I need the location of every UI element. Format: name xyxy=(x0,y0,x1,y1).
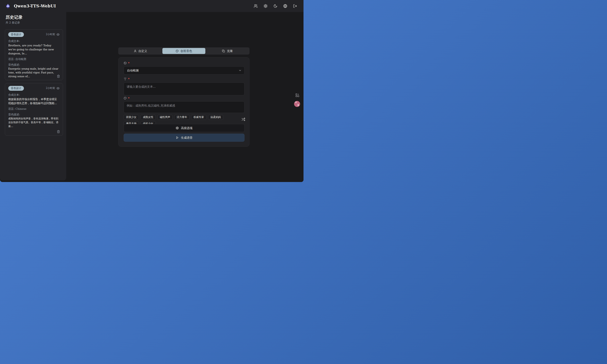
generate-speech-button[interactable]: 生成语音 xyxy=(124,134,244,142)
chip-preset[interactable]: 磁性男声 xyxy=(157,115,173,120)
copy-icon xyxy=(222,50,225,52)
create-voice-panel: * 自动检测 * xyxy=(118,57,250,147)
trash-icon[interactable] xyxy=(57,75,60,78)
tab-custom[interactable]: 自定义 xyxy=(119,48,162,54)
globe-icon xyxy=(124,62,127,65)
synthesis-text: 根据最新的市场分析报告，本季度业绩呈现稳步增长态势，各项指标均达到预期... xyxy=(8,97,60,105)
dark-mode-moon-icon[interactable] xyxy=(273,4,277,8)
language-line: 语言: 自动检测 xyxy=(8,57,60,61)
voice-desc-field-label: * xyxy=(124,97,130,100)
type-icon xyxy=(124,78,127,80)
required-asterisk: * xyxy=(128,78,130,80)
eye-icon[interactable] xyxy=(56,87,60,90)
synthesis-text-input[interactable] xyxy=(124,82,244,95)
voice-design-badge: 音色设计 xyxy=(8,86,24,91)
history-card[interactable]: 音色设计 2小时前 合成文本: 根据最新的市场分析报告，本季度业绩呈现稳步增长态… xyxy=(5,83,63,136)
qwen-star-logo-icon xyxy=(5,3,11,9)
required-asterisk: * xyxy=(128,97,130,100)
language-select[interactable]: 自动检测 xyxy=(124,66,244,75)
app-title: Qwen3-TTS-WebUI xyxy=(14,4,56,8)
settings-gear-icon xyxy=(176,126,179,130)
chevron-down-icon xyxy=(238,69,242,72)
logout-icon[interactable] xyxy=(293,4,297,8)
voice-description: Energetic young male, bright and clear t… xyxy=(8,67,60,78)
history-card-header: 音色设计 2小时前 xyxy=(8,86,60,91)
text-label: 合成文本: xyxy=(8,39,60,43)
advanced-options-button[interactable]: 高级选项 xyxy=(124,124,244,132)
history-card-header: 音色设计 2小时前 xyxy=(8,32,60,37)
user-icon xyxy=(134,50,137,52)
voice-description: 成熟知性的女性声音，音色温润饱满，带有职业女性的干练气质。音高中等，音域稳定。语… xyxy=(8,117,60,128)
app-header: Qwen3-TTS-WebUI xyxy=(0,0,304,12)
shuffle-icon[interactable] xyxy=(241,117,245,121)
history-count: 共 2 条记录 xyxy=(6,21,20,25)
voice-desc-input[interactable] xyxy=(124,101,244,113)
timestamp: 2小时前 xyxy=(46,33,55,36)
chip-preset[interactable]: 温柔妈妈 xyxy=(208,115,223,120)
chip-preset[interactable]: 权威专家 xyxy=(191,115,206,120)
trash-icon[interactable] xyxy=(57,130,60,133)
play-icon xyxy=(176,136,179,139)
mode-tabbar: 自定义 创造音色 克隆 xyxy=(118,47,250,55)
header-actions xyxy=(254,0,297,12)
main-content: 自定义 创造音色 克隆 xyxy=(66,12,304,182)
widgets-sparkle-icon[interactable] xyxy=(295,93,300,97)
translate-icon[interactable]: 中 A xyxy=(294,101,300,107)
palette-icon xyxy=(176,50,179,52)
language-select-value: 自动检测 xyxy=(127,69,139,72)
app-window: Qwen3-TTS-WebUI xyxy=(0,0,304,182)
tab-create-voice[interactable]: 创造音色 xyxy=(162,48,206,54)
history-sidebar: 历史记录 共 2 条记录 音色设计 2小时前 合成文本: Brothers, a… xyxy=(0,12,66,180)
language-line: 语言: Chinese xyxy=(8,107,60,111)
chip-preset[interactable]: 成熟女性 xyxy=(141,115,156,120)
language-globe-icon[interactable] xyxy=(283,4,287,8)
desc-label: 音色描述: xyxy=(8,113,60,116)
history-card[interactable]: 音色设计 2小时前 合成文本: Brothers, are you ready?… xyxy=(5,29,63,80)
desc-label: 音色描述: xyxy=(8,63,60,67)
timestamp: 2小时前 xyxy=(46,87,55,90)
chip-preset[interactable]: 甜美少女 xyxy=(124,115,139,120)
history-title: 历史记录 xyxy=(6,14,23,20)
eye-icon[interactable] xyxy=(56,33,60,36)
synthesis-text: Brothers, are you ready? Today we're goi… xyxy=(8,43,60,56)
language-field-label: * xyxy=(124,62,130,65)
chip-preset[interactable]: 活力青年 xyxy=(174,115,189,120)
text-label: 合成文本: xyxy=(8,93,60,97)
palette-icon xyxy=(124,97,127,100)
tab-clone[interactable]: 克隆 xyxy=(206,48,249,54)
users-icon[interactable] xyxy=(254,4,258,8)
settings-gear-icon[interactable] xyxy=(264,4,268,8)
text-field-label: * xyxy=(124,78,130,80)
voice-design-badge: 音色设计 xyxy=(8,32,24,37)
required-asterisk: * xyxy=(128,62,130,65)
